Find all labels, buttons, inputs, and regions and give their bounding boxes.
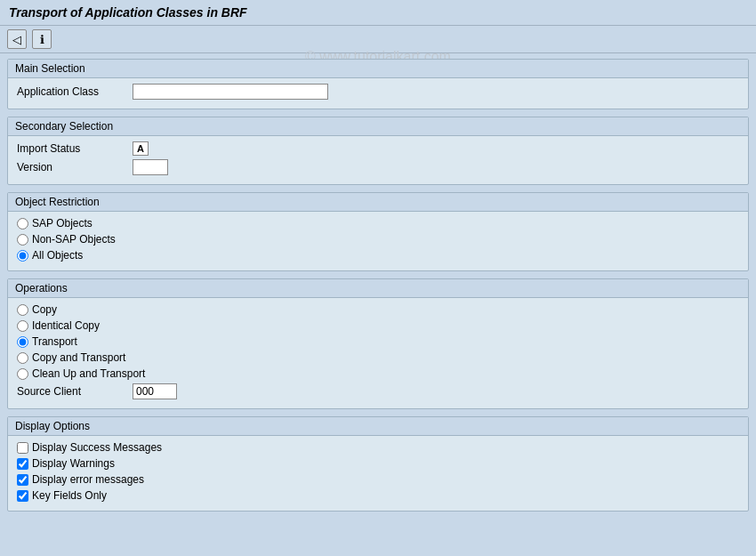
source-client-row: Source Client	[17, 383, 739, 399]
display-warnings-label: Display Warnings	[32, 457, 115, 470]
display-errors-label: Display error messages	[32, 473, 144, 486]
copy-label: Copy	[32, 303, 57, 316]
all-objects-label: All Objects	[32, 249, 83, 262]
page-title: Transport of Application Classes in BRF	[9, 5, 247, 20]
display-options-section: Display Options Display Success Messages…	[7, 416, 749, 512]
display-warnings-row: Display Warnings	[17, 457, 739, 470]
secondary-selection-section: Secondary Selection Import Status A Vers…	[7, 117, 749, 185]
non-sap-objects-row: Non-SAP Objects	[17, 233, 739, 246]
key-fields-only-label: Key Fields Only	[32, 489, 107, 502]
main-content: Main Selection Application Class Seconda…	[0, 53, 756, 524]
sap-objects-label: SAP Objects	[32, 217, 92, 230]
cleanup-transport-label: Clean Up and Transport	[32, 367, 145, 380]
sap-objects-row: SAP Objects	[17, 217, 739, 230]
source-client-label: Source Client	[17, 385, 133, 398]
main-selection-header: Main Selection	[8, 60, 748, 78]
operations-body: Copy Identical Copy Transport Copy and T…	[8, 298, 748, 408]
info-button[interactable]: ℹ	[32, 29, 52, 49]
transport-row: Transport	[17, 335, 739, 348]
all-objects-radio[interactable]	[17, 250, 28, 262]
key-fields-only-checkbox[interactable]	[17, 490, 28, 502]
display-errors-checkbox[interactable]	[17, 474, 28, 486]
identical-copy-row: Identical Copy	[17, 319, 739, 332]
import-status-box: A	[133, 141, 149, 156]
application-class-input[interactable]	[133, 84, 328, 100]
identical-copy-label: Identical Copy	[32, 319, 100, 332]
secondary-selection-header: Secondary Selection	[8, 117, 748, 136]
title-bar: Transport of Application Classes in BRF	[0, 0, 756, 26]
copy-transport-label: Copy and Transport	[32, 351, 125, 364]
toolbar: ◁ ℹ © www.tutorialkart.com	[0, 26, 756, 53]
object-restriction-section: Object Restriction SAP Objects Non-SAP O…	[7, 192, 749, 271]
display-success-label: Display Success Messages	[32, 441, 162, 454]
copy-radio[interactable]	[17, 304, 28, 316]
back-button[interactable]: ◁	[7, 29, 27, 49]
non-sap-objects-label: Non-SAP Objects	[32, 233, 116, 246]
version-label: Version	[17, 161, 133, 173]
main-selection-body: Application Class	[8, 78, 748, 109]
back-icon: ◁	[12, 33, 21, 46]
copy-transport-row: Copy and Transport	[17, 351, 739, 364]
object-restriction-body: SAP Objects Non-SAP Objects All Objects	[8, 212, 748, 270]
display-options-header: Display Options	[8, 417, 748, 436]
copy-transport-radio[interactable]	[17, 352, 28, 364]
display-options-body: Display Success Messages Display Warning…	[8, 436, 748, 511]
display-errors-row: Display error messages	[17, 473, 739, 486]
source-client-input[interactable]	[133, 383, 177, 399]
object-restriction-header: Object Restriction	[8, 193, 748, 212]
display-warnings-checkbox[interactable]	[17, 458, 28, 470]
transport-radio[interactable]	[17, 336, 28, 348]
display-success-checkbox[interactable]	[17, 442, 28, 454]
cleanup-transport-row: Clean Up and Transport	[17, 367, 739, 380]
key-fields-only-row: Key Fields Only	[17, 489, 739, 502]
transport-label: Transport	[32, 335, 77, 348]
version-row: Version	[17, 159, 739, 175]
operations-header: Operations	[8, 279, 748, 298]
copy-row: Copy	[17, 303, 739, 316]
non-sap-objects-radio[interactable]	[17, 234, 28, 246]
application-class-label: Application Class	[17, 85, 133, 98]
display-success-row: Display Success Messages	[17, 441, 739, 454]
identical-copy-radio[interactable]	[17, 320, 28, 332]
application-class-row: Application Class	[17, 84, 739, 100]
secondary-selection-body: Import Status A Version	[8, 136, 748, 184]
version-input[interactable]	[133, 159, 168, 175]
cleanup-transport-radio[interactable]	[17, 368, 28, 380]
info-icon: ℹ	[40, 33, 44, 46]
main-selection-section: Main Selection Application Class	[7, 59, 749, 109]
import-status-label: Import Status	[17, 142, 133, 155]
all-objects-row: All Objects	[17, 249, 739, 262]
import-status-row: Import Status A	[17, 141, 739, 156]
operations-section: Operations Copy Identical Copy Transport…	[7, 278, 749, 409]
sap-objects-radio[interactable]	[17, 218, 28, 230]
